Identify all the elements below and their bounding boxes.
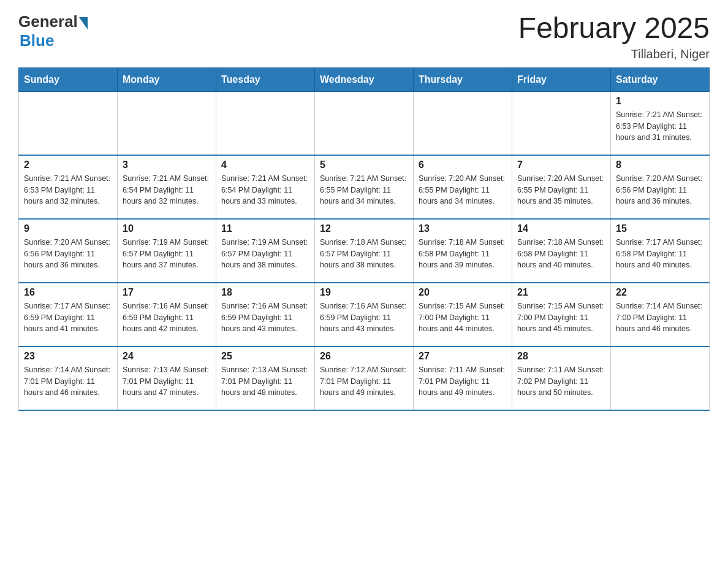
calendar-cell bbox=[19, 91, 118, 155]
day-info: Sunrise: 7:16 AM Sunset: 6:59 PM Dayligh… bbox=[123, 301, 211, 335]
day-number: 19 bbox=[320, 287, 408, 298]
day-number: 17 bbox=[123, 287, 211, 298]
day-content: 13Sunrise: 7:18 AM Sunset: 6:58 PM Dayli… bbox=[419, 223, 507, 278]
day-info: Sunrise: 7:20 AM Sunset: 6:55 PM Dayligh… bbox=[419, 173, 507, 207]
day-info: Sunrise: 7:14 AM Sunset: 7:01 PM Dayligh… bbox=[24, 364, 112, 399]
day-number: 24 bbox=[123, 351, 211, 362]
logo-blue-text: Blue bbox=[20, 31, 54, 50]
day-number: 27 bbox=[419, 351, 507, 362]
calendar-cell: 11Sunrise: 7:19 AM Sunset: 6:57 PM Dayli… bbox=[216, 219, 315, 283]
calendar-week-row: 9Sunrise: 7:20 AM Sunset: 6:56 PM Daylig… bbox=[19, 219, 710, 283]
day-number: 28 bbox=[517, 351, 605, 362]
day-content: 20Sunrise: 7:15 AM Sunset: 7:00 PM Dayli… bbox=[419, 287, 507, 342]
day-number: 22 bbox=[616, 287, 704, 298]
calendar-cell bbox=[216, 91, 315, 155]
day-number: 21 bbox=[517, 287, 605, 298]
calendar-cell: 2Sunrise: 7:21 AM Sunset: 6:53 PM Daylig… bbox=[19, 155, 118, 219]
calendar-week-row: 2Sunrise: 7:21 AM Sunset: 6:53 PM Daylig… bbox=[19, 155, 710, 219]
logo: General Blue bbox=[18, 12, 88, 50]
day-number: 25 bbox=[221, 351, 309, 362]
day-number: 14 bbox=[517, 223, 605, 234]
day-info: Sunrise: 7:14 AM Sunset: 7:00 PM Dayligh… bbox=[616, 301, 704, 335]
calendar-cell: 4Sunrise: 7:21 AM Sunset: 6:54 PM Daylig… bbox=[216, 155, 315, 219]
day-content: 24Sunrise: 7:13 AM Sunset: 7:01 PM Dayli… bbox=[123, 351, 211, 406]
day-number: 18 bbox=[221, 287, 309, 298]
day-number: 6 bbox=[419, 159, 507, 170]
day-content: 3Sunrise: 7:21 AM Sunset: 6:54 PM Daylig… bbox=[123, 159, 211, 215]
calendar-body: 1Sunrise: 7:21 AM Sunset: 6:53 PM Daylig… bbox=[19, 91, 710, 410]
day-number: 7 bbox=[517, 159, 605, 170]
day-info: Sunrise: 7:15 AM Sunset: 7:00 PM Dayligh… bbox=[419, 301, 507, 335]
calendar-cell: 21Sunrise: 7:15 AM Sunset: 7:00 PM Dayli… bbox=[512, 283, 611, 347]
col-sunday: Sunday bbox=[19, 67, 118, 91]
day-number: 26 bbox=[320, 351, 408, 362]
day-info: Sunrise: 7:21 AM Sunset: 6:55 PM Dayligh… bbox=[320, 173, 408, 207]
calendar-cell: 6Sunrise: 7:20 AM Sunset: 6:55 PM Daylig… bbox=[414, 155, 512, 219]
calendar-cell: 16Sunrise: 7:17 AM Sunset: 6:59 PM Dayli… bbox=[19, 283, 118, 347]
day-info: Sunrise: 7:13 AM Sunset: 7:01 PM Dayligh… bbox=[221, 364, 309, 399]
day-content: 17Sunrise: 7:16 AM Sunset: 6:59 PM Dayli… bbox=[123, 287, 211, 342]
day-number: 9 bbox=[24, 223, 112, 234]
page-header: General Blue February 2025 Tillaberi, Ni… bbox=[18, 12, 710, 61]
calendar-cell: 17Sunrise: 7:16 AM Sunset: 6:59 PM Dayli… bbox=[118, 283, 216, 347]
day-content: 7Sunrise: 7:20 AM Sunset: 6:55 PM Daylig… bbox=[517, 159, 605, 215]
day-content: 10Sunrise: 7:19 AM Sunset: 6:57 PM Dayli… bbox=[123, 223, 211, 278]
calendar-table: Sunday Monday Tuesday Wednesday Thursday… bbox=[18, 67, 710, 411]
col-saturday: Saturday bbox=[611, 67, 710, 91]
day-content: 21Sunrise: 7:15 AM Sunset: 7:00 PM Dayli… bbox=[517, 287, 605, 342]
day-number: 8 bbox=[616, 159, 704, 170]
calendar-cell: 26Sunrise: 7:12 AM Sunset: 7:01 PM Dayli… bbox=[315, 347, 414, 410]
col-friday: Friday bbox=[512, 67, 611, 91]
day-info: Sunrise: 7:11 AM Sunset: 7:02 PM Dayligh… bbox=[517, 364, 605, 399]
location-text: Tillaberi, Niger bbox=[518, 47, 710, 61]
col-thursday: Thursday bbox=[414, 67, 512, 91]
day-info: Sunrise: 7:18 AM Sunset: 6:58 PM Dayligh… bbox=[419, 237, 507, 271]
calendar-cell: 19Sunrise: 7:16 AM Sunset: 6:59 PM Dayli… bbox=[315, 283, 414, 347]
calendar-cell: 23Sunrise: 7:14 AM Sunset: 7:01 PM Dayli… bbox=[19, 347, 118, 410]
day-info: Sunrise: 7:17 AM Sunset: 6:58 PM Dayligh… bbox=[616, 237, 704, 271]
calendar-cell: 28Sunrise: 7:11 AM Sunset: 7:02 PM Dayli… bbox=[512, 347, 611, 410]
calendar-cell bbox=[315, 91, 414, 155]
day-content: 16Sunrise: 7:17 AM Sunset: 6:59 PM Dayli… bbox=[24, 287, 112, 342]
day-number: 1 bbox=[616, 96, 704, 107]
calendar-header: Sunday Monday Tuesday Wednesday Thursday… bbox=[19, 67, 710, 91]
day-number: 10 bbox=[123, 223, 211, 234]
day-content: 5Sunrise: 7:21 AM Sunset: 6:55 PM Daylig… bbox=[320, 159, 408, 215]
day-info: Sunrise: 7:18 AM Sunset: 6:57 PM Dayligh… bbox=[320, 237, 408, 271]
day-content: 2Sunrise: 7:21 AM Sunset: 6:53 PM Daylig… bbox=[24, 159, 112, 215]
day-number: 23 bbox=[24, 351, 112, 362]
calendar-cell: 15Sunrise: 7:17 AM Sunset: 6:58 PM Dayli… bbox=[611, 219, 710, 283]
calendar-cell: 5Sunrise: 7:21 AM Sunset: 6:55 PM Daylig… bbox=[315, 155, 414, 219]
day-info: Sunrise: 7:19 AM Sunset: 6:57 PM Dayligh… bbox=[123, 237, 211, 271]
day-number: 12 bbox=[320, 223, 408, 234]
day-number: 2 bbox=[24, 159, 112, 170]
calendar-cell bbox=[414, 91, 512, 155]
calendar-cell bbox=[118, 91, 216, 155]
day-info: Sunrise: 7:21 AM Sunset: 6:54 PM Dayligh… bbox=[123, 173, 211, 207]
day-info: Sunrise: 7:21 AM Sunset: 6:54 PM Dayligh… bbox=[221, 173, 309, 207]
day-content: 28Sunrise: 7:11 AM Sunset: 7:02 PM Dayli… bbox=[517, 351, 605, 406]
calendar-cell: 20Sunrise: 7:15 AM Sunset: 7:00 PM Dayli… bbox=[414, 283, 512, 347]
day-number: 11 bbox=[221, 223, 309, 234]
calendar-cell: 3Sunrise: 7:21 AM Sunset: 6:54 PM Daylig… bbox=[118, 155, 216, 219]
month-title: February 2025 bbox=[518, 12, 710, 45]
col-wednesday: Wednesday bbox=[315, 67, 414, 91]
day-info: Sunrise: 7:15 AM Sunset: 7:00 PM Dayligh… bbox=[517, 301, 605, 335]
calendar-cell: 14Sunrise: 7:18 AM Sunset: 6:58 PM Dayli… bbox=[512, 219, 611, 283]
calendar-cell: 1Sunrise: 7:21 AM Sunset: 6:53 PM Daylig… bbox=[611, 91, 710, 155]
day-number: 13 bbox=[419, 223, 507, 234]
day-content: 27Sunrise: 7:11 AM Sunset: 7:01 PM Dayli… bbox=[419, 351, 507, 406]
day-info: Sunrise: 7:19 AM Sunset: 6:57 PM Dayligh… bbox=[221, 237, 309, 271]
calendar-week-row: 1Sunrise: 7:21 AM Sunset: 6:53 PM Daylig… bbox=[19, 91, 710, 155]
day-info: Sunrise: 7:17 AM Sunset: 6:59 PM Dayligh… bbox=[24, 301, 112, 335]
calendar-cell: 13Sunrise: 7:18 AM Sunset: 6:58 PM Dayli… bbox=[414, 219, 512, 283]
day-info: Sunrise: 7:16 AM Sunset: 6:59 PM Dayligh… bbox=[320, 301, 408, 335]
day-info: Sunrise: 7:20 AM Sunset: 6:56 PM Dayligh… bbox=[24, 237, 112, 271]
day-number: 15 bbox=[616, 223, 704, 234]
day-content: 15Sunrise: 7:17 AM Sunset: 6:58 PM Dayli… bbox=[616, 223, 704, 278]
title-section: February 2025 Tillaberi, Niger bbox=[518, 12, 710, 61]
day-info: Sunrise: 7:20 AM Sunset: 6:56 PM Dayligh… bbox=[616, 173, 704, 207]
calendar-cell: 25Sunrise: 7:13 AM Sunset: 7:01 PM Dayli… bbox=[216, 347, 315, 410]
logo-arrow-icon bbox=[79, 17, 88, 29]
day-info: Sunrise: 7:21 AM Sunset: 6:53 PM Dayligh… bbox=[24, 173, 112, 207]
